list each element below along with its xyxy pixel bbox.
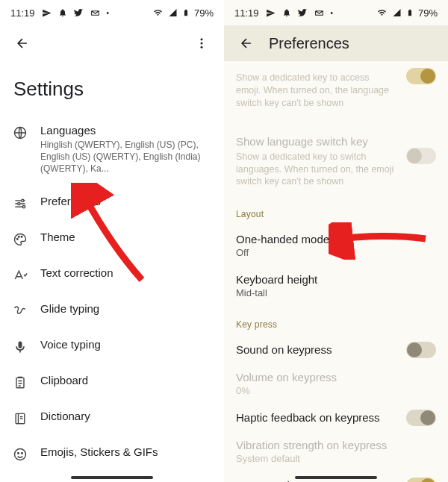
pref-show-emoji-key[interactable]: Show a dedicated key to access emoji. Wh… [236, 61, 436, 117]
row-label: Languages [40, 124, 214, 137]
sidebar-item-voice-typing[interactable]: Voice typing [0, 328, 224, 364]
book-icon [12, 410, 28, 426]
status-dot: • [331, 9, 334, 17]
telegram-icon [266, 8, 276, 18]
palette-icon [12, 231, 28, 247]
home-indicator[interactable] [295, 476, 377, 479]
home-indicator[interactable] [71, 476, 153, 479]
overflow-menu-button[interactable] [188, 30, 215, 57]
pref-label: Vibration strength on keypress [236, 439, 436, 451]
status-time: 11:19 [234, 7, 259, 19]
wifi-icon [376, 8, 388, 17]
row-label: Dictionary [40, 410, 214, 422]
pref-show-language-switch: Show language switch key Show a dedicate… [236, 117, 436, 196]
signal-icon [392, 8, 402, 17]
svg-point-2 [201, 46, 203, 48]
status-battery: 79% [418, 7, 438, 19]
row-label: Text correction [40, 266, 214, 279]
toggle-switch[interactable] [406, 68, 436, 84]
row-sublabel: Hinglish (QWERTY), English (US) (PC), En… [40, 139, 214, 175]
sidebar-item-languages[interactable]: Languages Hinglish (QWERTY), English (US… [0, 114, 224, 185]
status-bar: 11:19 • 79% [0, 0, 224, 25]
sidebar-item-glide-typing[interactable]: Glide typing [0, 292, 224, 328]
pref-sound-on-keypress[interactable]: Sound on keypress [236, 336, 436, 363]
sidebar-item-clipboard[interactable]: Clipboard [0, 364, 224, 400]
svg-point-4 [22, 199, 24, 201]
text-icon [12, 266, 28, 283]
signal-icon [168, 8, 178, 17]
page-title: Preferences [269, 35, 349, 52]
gesture-icon [12, 302, 28, 319]
svg-point-5 [18, 202, 20, 204]
pref-vibration-strength: Vibration strength on keypress System de… [236, 431, 436, 472]
svg-point-9 [21, 236, 22, 237]
bell-icon [58, 8, 67, 17]
bell-icon [282, 8, 291, 17]
settings-list: Languages Hinglish (QWERTY), English (US… [0, 114, 224, 482]
row-label: Theme [40, 231, 214, 243]
pref-label: Keyboard height [236, 273, 436, 286]
back-button[interactable] [233, 30, 260, 57]
page-title: Settings [0, 61, 224, 114]
pref-haptic-feedback[interactable]: Haptic feedback on keypress [236, 404, 436, 431]
svg-point-6 [22, 205, 25, 207]
pref-label: Show language switch key [236, 135, 436, 148]
svg-point-0 [201, 38, 203, 40]
pref-value: System default [236, 453, 436, 464]
sidebar-item-dictionary[interactable]: Dictionary [0, 400, 224, 436]
sliders-icon [12, 195, 28, 211]
pref-label: Popup on keypress [236, 479, 436, 482]
svg-point-13 [18, 452, 19, 454]
top-bar: Preferences [224, 25, 448, 61]
top-bar [0, 25, 224, 61]
sidebar-item-preferences[interactable]: Preferences [0, 185, 224, 221]
svg-point-7 [16, 238, 18, 240]
toggle-switch[interactable] [406, 410, 436, 426]
twitter-icon [74, 8, 84, 18]
back-button[interactable] [9, 30, 36, 57]
row-label: Glide typing [40, 302, 214, 315]
pref-value: 0% [236, 385, 436, 396]
pref-value: Mid-tall [236, 287, 436, 298]
clipboard-icon [12, 374, 28, 390]
toggle-switch[interactable] [406, 342, 436, 358]
sidebar-item-theme[interactable]: Theme [0, 221, 224, 257]
telegram-icon [42, 8, 52, 18]
pref-label: One-handed mode [236, 233, 436, 245]
sidebar-item-emoji[interactable]: Emojis, Stickers & GIFs [0, 436, 224, 472]
status-time: 11:19 [10, 7, 35, 19]
pref-value: Off [236, 247, 436, 258]
row-label: Clipboard [40, 374, 214, 386]
battery-icon [182, 7, 190, 18]
section-label-keypress: Key press [236, 319, 436, 330]
mail-icon [90, 8, 100, 18]
toggle-switch [406, 148, 436, 164]
status-dot: • [107, 9, 110, 17]
status-battery: 79% [194, 7, 214, 19]
preferences-list: Show a dedicated key to access emoji. Wh… [224, 61, 448, 482]
pref-label: Volume on keypress [236, 371, 436, 384]
pref-keyboard-height[interactable]: Keyboard height Mid-tall [236, 266, 436, 306]
mic-icon [12, 338, 28, 354]
status-bar: 11:19 • 79% [224, 0, 448, 25]
smile-icon [12, 445, 28, 462]
row-label: Voice typing [40, 338, 214, 351]
pref-one-handed-mode[interactable]: One-handed mode Off [236, 225, 436, 266]
svg-point-8 [19, 236, 20, 237]
toggle-switch[interactable] [406, 478, 436, 482]
svg-point-12 [15, 448, 26, 460]
twitter-icon [298, 8, 308, 18]
mail-icon [314, 8, 324, 18]
preferences-screen: 11:19 • 79% Preferences Show a dedicated… [224, 0, 448, 482]
globe-icon [12, 124, 28, 140]
wifi-icon [152, 8, 164, 17]
row-label: Preferences [40, 195, 214, 207]
pref-volume-on-keypress: Volume on keypress 0% [236, 363, 436, 404]
settings-screen: 11:19 • 79% Settings Languages Hi [0, 0, 224, 482]
svg-point-14 [22, 452, 23, 454]
row-label: Emojis, Stickers & GIFs [40, 445, 214, 458]
battery-icon [406, 7, 414, 18]
section-label-layout: Layout [236, 209, 436, 219]
sidebar-item-text-correction[interactable]: Text correction [0, 257, 224, 292]
svg-point-1 [201, 43, 203, 45]
